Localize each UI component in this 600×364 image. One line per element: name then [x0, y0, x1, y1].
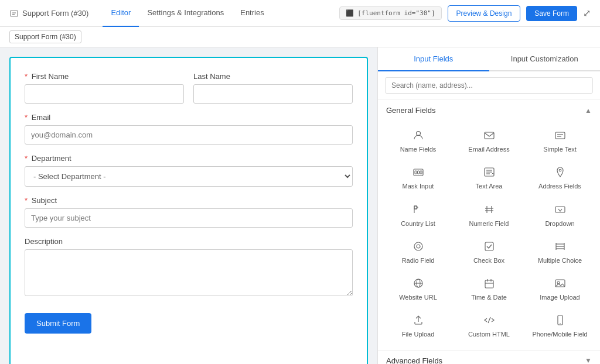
last-name-group: Last Name: [193, 72, 353, 104]
email-input[interactable]: [25, 125, 353, 145]
field-item-image-upload[interactable]: Image Upload: [524, 271, 595, 308]
last-name-label: Last Name: [193, 72, 353, 81]
field-item-phone-mobile[interactable]: Phone/Mobile Field: [524, 308, 595, 345]
breadcrumb-tag: Support Form (#30): [9, 30, 81, 43]
website-url-icon: [412, 277, 424, 291]
department-label-text: Department: [32, 154, 71, 163]
subject-row: * Subject: [25, 196, 353, 228]
department-row: * Department - Select Department -: [25, 154, 353, 187]
svg-rect-26: [485, 242, 493, 250]
field-item-mask-input[interactable]: Mask Input: [383, 160, 454, 197]
subject-group: * Subject: [25, 196, 353, 228]
check-box-icon: [483, 241, 495, 254]
svg-rect-9: [415, 171, 417, 174]
field-item-website-url[interactable]: Website URL: [383, 271, 454, 308]
general-fields-grid: Name Fields Email Address Simple Text: [378, 121, 600, 350]
field-item-country-list[interactable]: Country List: [383, 197, 454, 234]
file-upload-icon: [412, 314, 424, 328]
custom-html-label: Custom HTML: [468, 330, 510, 338]
field-item-name-fields[interactable]: Name Fields: [383, 123, 454, 160]
svg-rect-17: [414, 206, 417, 209]
svg-point-24: [414, 242, 422, 250]
image-upload-icon: [554, 277, 566, 291]
numeric-field-label: Numeric Field: [469, 219, 509, 228]
tab-entries[interactable]: Entries: [232, 0, 272, 27]
brand: Support Form (#30): [9, 9, 88, 18]
name-row: * First Name Last Name: [25, 72, 353, 104]
general-fields-section: General Fields ▲ Name Fields Em: [378, 100, 600, 351]
first-name-input[interactable]: [25, 84, 184, 104]
expand-icon[interactable]: ⤢: [583, 8, 591, 19]
svg-point-25: [417, 245, 420, 248]
editor-area: * First Name Last Name * Ema: [0, 47, 377, 364]
code-snippet-text: [fluentform id="30"]: [357, 9, 435, 17]
field-item-email-address[interactable]: Email Address: [454, 123, 524, 160]
advanced-fields-section: Advanced Fields ▼: [378, 351, 600, 364]
main-layout: * First Name Last Name * Ema: [0, 47, 600, 364]
email-row: * Email: [25, 113, 353, 145]
right-panel: Input Fields Input Customization General…: [377, 47, 600, 364]
department-select[interactable]: - Select Department -: [25, 166, 353, 187]
description-textarea[interactable]: [25, 249, 353, 296]
description-label: Description: [25, 237, 353, 246]
tab-input-customization[interactable]: Input Customization: [489, 47, 601, 71]
form-canvas: * First Name Last Name * Ema: [9, 57, 368, 364]
email-address-icon: [483, 129, 495, 143]
field-item-radio-field[interactable]: Radio Field: [383, 234, 454, 271]
general-fields-header[interactable]: General Fields ▲: [378, 100, 600, 121]
subject-label: * Subject: [25, 196, 353, 205]
subject-input[interactable]: [25, 208, 353, 228]
address-fields-label: Address Fields: [538, 182, 581, 190]
department-label: * Department: [25, 154, 353, 163]
general-fields-chevron: ▲: [585, 107, 592, 115]
field-item-time-date[interactable]: Time & Date: [454, 271, 524, 308]
topbar-actions: ⬛ [fluentform id="30"] Preview & Design …: [339, 5, 591, 22]
tab-settings[interactable]: Settings & Integrations: [139, 0, 232, 27]
numeric-field-icon: [483, 204, 495, 217]
field-item-text-area[interactable]: Text Area: [454, 160, 524, 197]
save-form-button[interactable]: Save Form: [526, 6, 577, 21]
tab-input-fields[interactable]: Input Fields: [378, 47, 489, 71]
code-snippet[interactable]: ⬛ [fluentform id="30"]: [339, 6, 441, 20]
panel-search: [378, 71, 600, 100]
first-name-required: *: [25, 72, 28, 81]
country-list-icon: [412, 204, 424, 217]
advanced-fields-header[interactable]: Advanced Fields ▼: [378, 351, 600, 364]
website-url-label: Website URL: [399, 293, 437, 301]
svg-rect-35: [485, 280, 493, 288]
field-item-custom-html[interactable]: Custom HTML: [454, 308, 524, 345]
tab-editor[interactable]: Editor: [103, 0, 139, 27]
field-item-simple-text[interactable]: Simple Text: [524, 123, 595, 160]
dropdown-icon: [554, 204, 566, 217]
multiple-choice-label: Multiple Choice: [538, 256, 582, 265]
radio-field-icon: [412, 241, 424, 254]
mask-input-icon: [412, 166, 424, 180]
topbar: Support Form (#30) Editor Settings & Int…: [0, 0, 600, 27]
dropdown-label: Dropdown: [545, 219, 574, 228]
country-list-label: Country List: [401, 219, 435, 228]
field-item-address-fields[interactable]: Address Fields: [524, 160, 595, 197]
advanced-fields-label: Advanced Fields: [386, 356, 442, 364]
first-name-label: * First Name: [25, 72, 184, 81]
field-item-check-box[interactable]: Check Box: [454, 234, 524, 271]
submit-row: Submit Form: [25, 307, 353, 334]
field-search-input[interactable]: [385, 77, 593, 94]
brand-icon: [9, 9, 19, 18]
last-name-input[interactable]: [193, 84, 353, 104]
first-name-label-text: First Name: [32, 72, 69, 81]
topbar-nav: Editor Settings & Integrations Entries: [103, 0, 272, 27]
email-group: * Email: [25, 113, 353, 145]
subject-label-text: Subject: [32, 196, 57, 205]
email-label: * Email: [25, 113, 353, 122]
field-item-numeric-field[interactable]: Numeric Field: [454, 197, 524, 234]
phone-mobile-label: Phone/Mobile Field: [532, 330, 587, 338]
field-item-dropdown[interactable]: Dropdown: [524, 197, 595, 234]
radio-field-label: Radio Field: [402, 256, 435, 265]
simple-text-label: Simple Text: [543, 145, 577, 153]
department-required: *: [25, 154, 28, 163]
submit-button[interactable]: Submit Form: [25, 313, 91, 334]
brand-label: Support Form (#30): [22, 9, 88, 18]
preview-design-button[interactable]: Preview & Design: [448, 5, 521, 22]
field-item-multiple-choice[interactable]: Multiple Choice: [524, 234, 595, 271]
field-item-file-upload[interactable]: File Upload: [383, 308, 454, 345]
